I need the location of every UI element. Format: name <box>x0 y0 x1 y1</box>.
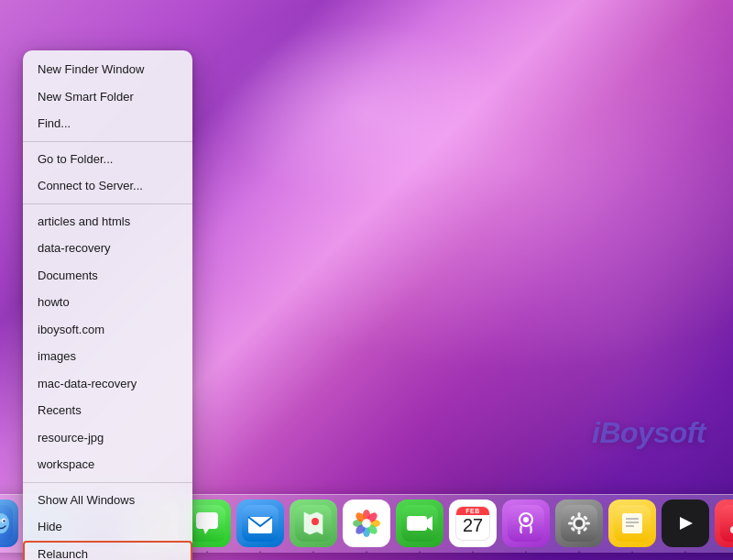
menu-item-connect-to-server[interactable]: Connect to Server... <box>23 172 192 200</box>
iboysoft-watermark: iBoysoft <box>592 416 706 450</box>
menu-item-howto[interactable]: howto <box>23 289 192 316</box>
svg-point-10 <box>3 520 5 522</box>
dock-icon-finder[interactable] <box>0 500 18 547</box>
dock-icon-system-prefs[interactable] <box>555 500 603 547</box>
menu-item-show-all-windows[interactable]: Show All Windows <box>23 487 192 514</box>
svg-rect-50 <box>578 530 581 534</box>
menu-item-new-finder-window[interactable]: New Finder Window <box>23 56 192 83</box>
menu-item-go-to-folder[interactable]: Go to Folder... <box>23 146 192 173</box>
dock-icon-calendar[interactable]: FEB 27 <box>449 500 497 547</box>
dock-icon-maps[interactable] <box>290 500 337 547</box>
menu-item-recents[interactable]: Recents <box>23 397 192 424</box>
svg-rect-58 <box>622 513 642 533</box>
menu-item-documents[interactable]: Documents <box>23 262 192 290</box>
dock-icon-appletv[interactable] <box>662 500 709 547</box>
dock-icon-music[interactable] <box>715 500 733 547</box>
svg-rect-49 <box>578 512 581 517</box>
menu-item-iboysoft-com[interactable]: iboysoft.com <box>23 316 192 344</box>
dock-icon-mail[interactable] <box>236 500 284 547</box>
dock-icon-podcasts[interactable] <box>502 500 550 547</box>
svg-point-48 <box>575 520 583 527</box>
svg-rect-51 <box>568 522 573 525</box>
menu-item-relaunch[interactable]: Relaunch <box>23 541 192 561</box>
dock-icon-notes[interactable] <box>608 500 656 547</box>
svg-rect-43 <box>508 505 544 542</box>
context-menu: New Finder Window New Smart Folder Find.… <box>23 50 192 560</box>
menu-item-workspace[interactable]: workspace <box>23 451 192 478</box>
menu-item-articles-and-htmls[interactable]: articles and htmls <box>23 208 192 236</box>
menu-separator-2 <box>23 203 192 204</box>
dock-icon-photos[interactable] <box>343 500 390 547</box>
menu-item-resource-jpg[interactable]: resource-jpg <box>23 424 192 452</box>
calendar-date: 27 <box>463 515 483 535</box>
calendar-month: FEB <box>456 507 489 515</box>
menu-item-mac-data-recovery[interactable]: mac-data-recovery <box>23 370 192 398</box>
svg-point-45 <box>523 517 529 522</box>
svg-point-39 <box>362 519 371 528</box>
menu-item-images[interactable]: images <box>23 343 192 370</box>
menu-separator-3 <box>23 482 192 483</box>
menu-item-new-smart-folder[interactable]: New Smart Folder <box>23 83 192 111</box>
svg-rect-64 <box>720 505 733 542</box>
menu-separator-1 <box>23 141 192 142</box>
menu-item-hide[interactable]: Hide <box>23 513 192 541</box>
calendar-icon: FEB 27 <box>455 506 490 541</box>
menu-item-find[interactable]: Find... <box>23 110 192 137</box>
dock-icon-facetime[interactable] <box>396 500 443 547</box>
menu-item-data-recovery[interactable]: data-recovery <box>23 235 192 262</box>
svg-rect-41 <box>407 516 427 531</box>
svg-rect-52 <box>585 522 590 525</box>
